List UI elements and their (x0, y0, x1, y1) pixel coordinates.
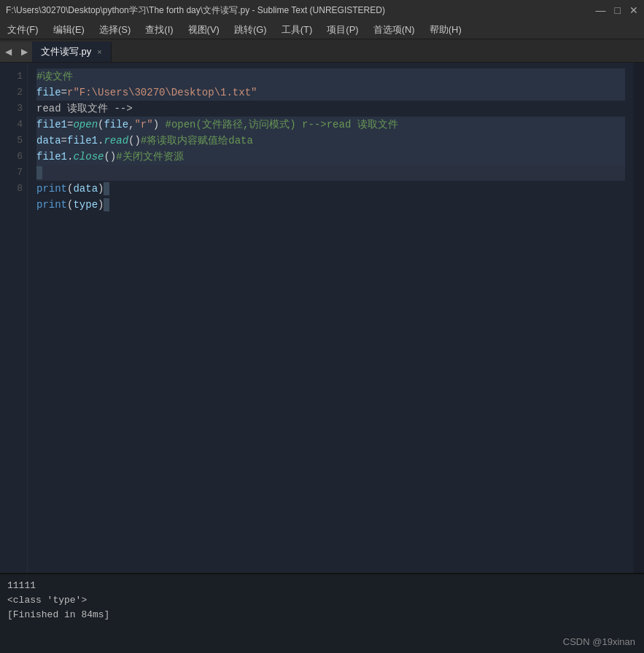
code-line-3: file1=open(file,"r") #open(文件路径,访问模式) r-… (36, 117, 625, 133)
minimap (634, 63, 644, 573)
output-area: 11111 <class 'type'> [Finished in 84ms] (7, 579, 637, 622)
code-line-5: file1.close()#关闭文件资源 (36, 149, 625, 165)
line-num-8: 8 (6, 181, 23, 197)
menu-bar: 文件(F) 编辑(E) 选择(S) 查找(I) 视图(V) 跳转(G) 工具(T… (0, 20, 644, 39)
editor-container: 1 2 3 4 5 6 7 8 #读文件 file=r"F:\Users\302… (0, 63, 644, 573)
code-editor[interactable]: #读文件 file=r"F:\Users\30270\Desktop\1.txt… (28, 63, 634, 573)
line-num-4: 4 (6, 117, 23, 133)
tab-next-button[interactable]: ▶ (16, 42, 32, 62)
maximize-button[interactable]: □ (615, 4, 621, 16)
line-numbers: 1 2 3 4 5 6 7 8 (0, 63, 28, 573)
output-line-2: <class 'type'> (7, 593, 637, 608)
menu-edit[interactable]: 编辑(E) (46, 22, 92, 38)
tab-prev-button[interactable]: ◀ (0, 42, 16, 62)
line-num-1: 1 (6, 69, 23, 85)
line-num-5: 5 (6, 133, 23, 149)
menu-view[interactable]: 视图(V) (181, 22, 227, 38)
line-num-7: 7 (6, 165, 23, 181)
menu-goto[interactable]: 跳转(G) (227, 22, 274, 38)
close-button[interactable]: ✕ (629, 4, 638, 16)
code-line-2: file=r"F:\Users\30270\Desktop\1.txt" (36, 85, 625, 101)
code-line-1: #读文件 (36, 69, 625, 85)
menu-preferences[interactable]: 首选项(N) (366, 22, 422, 38)
output-line-3: [Finished in 84ms] (7, 608, 637, 622)
code-line-7: print(data) (36, 181, 625, 197)
code-line-6 (36, 165, 625, 181)
window-controls: — □ ✕ (596, 4, 638, 16)
menu-find[interactable]: 查找(I) (138, 22, 180, 38)
tab-label: 文件读写.py (41, 45, 91, 58)
bottom-panel: 11111 <class 'type'> [Finished in 84ms] … (0, 573, 644, 653)
menu-project[interactable]: 项目(P) (319, 22, 365, 38)
menu-tools[interactable]: 工具(T) (274, 22, 320, 38)
minimize-button[interactable]: — (596, 4, 606, 16)
output-line-1: 11111 (7, 579, 637, 593)
title-bar-text: F:\Users\30270\Desktop\python学习\The fort… (6, 4, 385, 17)
tab-file[interactable]: 文件读写.py × (32, 42, 112, 62)
menu-select[interactable]: 选择(S) (92, 22, 138, 38)
watermark: CSDN @19xinan (563, 636, 635, 647)
tab-bar: ◀ ▶ 文件读写.py × (0, 39, 644, 63)
menu-help[interactable]: 帮助(H) (422, 22, 469, 38)
title-bar: F:\Users\30270\Desktop\python学习\The fort… (0, 0, 644, 20)
menu-file[interactable]: 文件(F) (0, 22, 46, 38)
line-num-6: 6 (6, 149, 23, 165)
code-line-8: print(type) (36, 197, 625, 213)
code-line-4: data=file1.read()#将读取内容赋值给data (36, 133, 625, 149)
line-num-2: 2 (6, 85, 23, 101)
line-num-3: 3 (6, 101, 23, 117)
tab-close-button[interactable]: × (97, 47, 101, 56)
